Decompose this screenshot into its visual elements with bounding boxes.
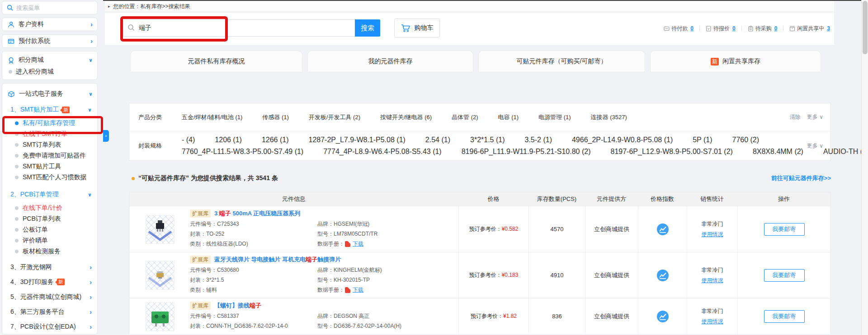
stat-value[interactable]: 3 bbox=[827, 25, 830, 32]
filter-option[interactable]: 4966_2P-L14.9-W0.8-P5.08 (1) bbox=[572, 134, 673, 146]
price-index-icon[interactable] bbox=[656, 269, 669, 282]
sidebar-item-label: SMT贴片工具 bbox=[23, 163, 61, 171]
filter-option[interactable]: 7760_4P-L11.5-W8.3-P5.00-S7.49 (1) bbox=[182, 146, 303, 158]
product-title-link[interactable]: 【螺钉】接线端子 bbox=[214, 302, 261, 310]
price-index-icon[interactable] bbox=[656, 223, 669, 236]
usage-info-link[interactable]: 使用情况 bbox=[702, 277, 723, 284]
search-input[interactable] bbox=[123, 19, 355, 37]
page: 客户资料 › 预付款系统 › 积分商城 ∨ 进入积分商城 一站式电子服务 ∨ bbox=[0, 0, 868, 335]
filter-option[interactable]: 1266 (1) bbox=[262, 134, 289, 146]
filter-option[interactable]: 2.54 (1) bbox=[425, 134, 450, 146]
sidebar-item-laser-stencil[interactable]: 3、开激光钢网› bbox=[2, 260, 97, 275]
filter-option[interactable]: 传感器 (1) bbox=[262, 112, 289, 123]
filter-option[interactable]: 1206 (1) bbox=[215, 134, 242, 146]
sidebar-item-smt-tools[interactable]: SMT贴片工具 bbox=[2, 161, 97, 172]
sidebar-collapse-handle[interactable]: « bbox=[103, 130, 109, 142]
sidebar-item-3d-print[interactable]: 4、3D打印服务新› bbox=[2, 275, 97, 289]
divider bbox=[741, 26, 742, 31]
stat-value[interactable]: 0 bbox=[690, 25, 693, 32]
filter-option[interactable]: 3.5-2 (1) bbox=[525, 134, 552, 146]
stat-pending-payment[interactable]: 待付款 0 bbox=[664, 25, 693, 33]
filter-option[interactable]: 8196-6P_L11.9-W11.9-P5.21-S10.80 (2) bbox=[462, 146, 591, 158]
sidebar-item-public-board-order[interactable]: 公板订单 bbox=[2, 224, 97, 235]
filter-option[interactable]: 5P (1) bbox=[693, 134, 712, 146]
sidebar-item-board-test[interactable]: 板材检测服务 bbox=[2, 246, 97, 257]
stat-value[interactable]: 0 bbox=[732, 25, 736, 32]
stat-pending-purchase[interactable]: 待采购 0 bbox=[748, 25, 778, 33]
product-image[interactable] bbox=[146, 302, 175, 331]
idle-share-icon bbox=[789, 26, 795, 32]
sidebar-item-customer[interactable]: 客户资料 › bbox=[2, 18, 98, 31]
field-label: 型号： bbox=[317, 229, 334, 239]
pdf-icon bbox=[345, 287, 350, 293]
sidebar-item-free-add-parts[interactable]: 免费申请增加可贴器件 bbox=[2, 150, 97, 161]
stat-value[interactable]: 0 bbox=[774, 25, 778, 32]
mail-to-me-button[interactable]: 我要邮寄 bbox=[764, 310, 805, 323]
stat-idle-sharing[interactable]: 闲置共享中 3 bbox=[789, 25, 830, 33]
sidebar-item-review-share[interactable]: 评价晒单 bbox=[2, 235, 97, 246]
sidebar-item-pcb-quote[interactable]: 在线下单/计价 bbox=[2, 203, 97, 214]
filter-option[interactable]: 电容 (1) bbox=[498, 112, 519, 123]
filter-option[interactable]: 电源管理 (1) bbox=[538, 112, 571, 123]
tab-mountable-stock[interactable]: 可贴元件库存（可购买/可邮寄） bbox=[478, 51, 645, 72]
sidebar-item-points-mall[interactable]: 积分商城 ∨ bbox=[2, 54, 97, 66]
tab-private-stock-overview[interactable]: 元器件私有库存概况 bbox=[130, 51, 302, 72]
filter-option[interactable]: 8197-6P_L12.9-W8.9-P5.00-S7.01 (2) bbox=[611, 146, 733, 158]
stock-quantity: 4570 bbox=[551, 226, 564, 233]
scrollbar-track[interactable] bbox=[861, 0, 868, 335]
sidebar-item-online-smt-order[interactable]: 在线下SMT订单 bbox=[2, 129, 97, 140]
datasheet-download-link[interactable]: 下载 bbox=[353, 285, 363, 295]
sidebar-item-third-party[interactable]: 6、第三方服务平台› bbox=[2, 304, 97, 319]
product-title-link[interactable]: 蓝牙天线弹片 导电接触片 耳机充电端子触摸弹片 bbox=[214, 256, 341, 264]
sidebar-item-component-mall[interactable]: 5、元器件商城(立创商城)› bbox=[2, 289, 97, 304]
more-packages-link[interactable]: 更多 ∨ bbox=[807, 142, 823, 150]
search-icon bbox=[7, 5, 13, 11]
sidebar-group-pcb[interactable]: 2、PCB订单管理 ∨ bbox=[2, 186, 97, 203]
tab-my-component-stock[interactable]: 我的元器件库存 bbox=[307, 51, 473, 72]
price-index-icon[interactable] bbox=[656, 310, 669, 323]
filter-option[interactable]: 晶体管 (2) bbox=[452, 112, 478, 123]
filter-option[interactable]: 7774_4P-L8.9-W6.4-P5.08-S5.43 (1) bbox=[323, 146, 441, 158]
filter-option[interactable]: 7760 (2) bbox=[732, 134, 760, 146]
bullet-dot-icon bbox=[15, 206, 19, 210]
product-title-link[interactable]: 3 端子 500mA 正电压稳压器系列 bbox=[214, 209, 300, 218]
sidebar-item-smt-personal-data[interactable]: SMT匹配个人习惯数据 bbox=[2, 172, 97, 183]
sidebar-item-smt-order-list[interactable]: SMT订单列表 bbox=[2, 140, 97, 150]
filter-option[interactable]: 五金/焊材/辅料/电池 (1) bbox=[182, 112, 242, 123]
product-image[interactable] bbox=[146, 261, 175, 290]
filter-option[interactable]: 8X8X8.4MM (2) bbox=[753, 146, 803, 158]
mail-to-me-button[interactable]: 我要邮寄 bbox=[764, 223, 805, 236]
usage-info-link[interactable]: 使用情况 bbox=[702, 318, 723, 326]
result-summary-text: “可贴元器件库存” 为您提供搜索结果，共 3541 条 bbox=[138, 174, 278, 182]
product-image[interactable] bbox=[146, 215, 175, 244]
search-button[interactable]: 搜索 bbox=[355, 19, 380, 37]
goto-mountable-stock-link[interactable]: 前往可贴元器件库存>> bbox=[771, 174, 831, 182]
cart-button[interactable]: 购物车 bbox=[394, 19, 440, 37]
datasheet-download-link[interactable]: 下载 bbox=[353, 239, 363, 249]
sidebar-item-onestop[interactable]: 一站式电子服务 ∨ bbox=[2, 86, 97, 102]
stat-pending-quote[interactable]: 待报价 0 bbox=[706, 25, 736, 33]
clear-filters-link[interactable]: 清除 bbox=[790, 113, 801, 121]
filter-row-category: 产品分类 五金/焊材/辅料/电池 (1) 传感器 (1) 开发板/开发工具 (2… bbox=[129, 103, 830, 131]
tab-idle-shared-stock[interactable]: 新 闲置共享库存 bbox=[650, 51, 821, 72]
sidebar-item-label: 在线下单/计价 bbox=[23, 204, 62, 212]
sidebar-item-pcb-order-list[interactable]: PCB订单列表 bbox=[2, 214, 97, 224]
filter-option[interactable]: 连接器 (3527) bbox=[591, 112, 627, 123]
filter-option[interactable]: 按键开关/继电器 (6) bbox=[380, 112, 432, 123]
more-label: 更多 bbox=[807, 114, 818, 120]
sidebar-search-input[interactable] bbox=[16, 5, 93, 11]
sidebar-item-private-stock-mgmt[interactable]: 私有/可贴库存管理 bbox=[2, 118, 97, 129]
sidebar-item-enter-points-mall[interactable]: 进入积分商城 bbox=[2, 66, 97, 78]
scrollbar-thumb[interactable] bbox=[863, 1, 868, 54]
mail-to-me-button[interactable]: 我要邮寄 bbox=[764, 269, 805, 282]
sidebar-item-prepay[interactable]: 预付款系统 › bbox=[2, 34, 98, 48]
filter-option[interactable]: 3*2*1.5 (1) bbox=[470, 134, 505, 146]
filter-option[interactable]: - (4) bbox=[182, 134, 195, 146]
sidebar-group-smt[interactable]: 1、SMT贴片加工 新 ∨ bbox=[2, 102, 97, 118]
filter-option[interactable]: 1287-2P_L7.9-W8.1-P5.08 (1) bbox=[309, 134, 406, 146]
filter-option[interactable]: 开发板/开发工具 (2) bbox=[309, 112, 360, 123]
title-text: 500mA 正电压稳压器系列 bbox=[231, 210, 300, 217]
more-categories-link[interactable]: 更多 ∨ bbox=[807, 113, 823, 121]
usage-info-link[interactable]: 使用情况 bbox=[702, 231, 723, 238]
sidebar-item-pcb-design-eda[interactable]: 7、PCB设计(立创EDA)› bbox=[2, 319, 97, 334]
